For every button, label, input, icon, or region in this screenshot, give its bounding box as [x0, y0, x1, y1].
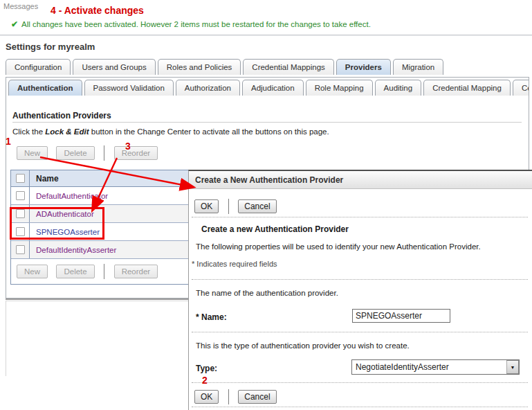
type-field-description: This is the type of authentication provi… [196, 341, 410, 350]
type-dropdown[interactable]: NegotiateIdentityAsserter ▼ [351, 359, 520, 375]
page-title: Settings for myrealm [6, 42, 95, 52]
name-column-header: Name [30, 174, 59, 184]
annotation-highlight-box [10, 207, 104, 240]
tab-role-mapping[interactable]: Role Mapping [306, 80, 373, 96]
toolbar-top: New Delete Reorder [17, 145, 158, 161]
tab-authentication[interactable]: Authentication [8, 80, 82, 96]
annotation-step3: 3 [125, 141, 131, 152]
chevron-down-icon[interactable]: ▼ [506, 360, 519, 374]
separator [192, 407, 528, 407]
delete-button-bottom[interactable]: Delete [56, 265, 94, 278]
dialog-intro-text: The following properties will be used to… [196, 242, 481, 251]
select-all-checkbox[interactable] [16, 174, 25, 183]
tab-roles-and-policies[interactable]: Roles and Policies [158, 59, 241, 75]
tab-auditing[interactable]: Auditing [375, 80, 422, 96]
toolbar-divider [104, 264, 104, 279]
tab-users-and-groups[interactable]: Users and Groups [73, 59, 155, 75]
row-checkbox-cell [11, 241, 30, 258]
separator [192, 279, 528, 280]
new-button-bottom[interactable]: New [17, 265, 48, 278]
primary-tab-strip: Configuration Users and Groups Roles and… [6, 59, 443, 75]
tab-adjudication[interactable]: Adjudication [242, 80, 304, 96]
tab-certification-path[interactable]: Certification Path [513, 80, 529, 96]
section-heading: Authentication Providers [12, 111, 111, 121]
type-field-label: Type: [196, 364, 217, 373]
tab-password-validation[interactable]: Password Validation [84, 80, 174, 96]
ok-button-top[interactable]: OK [194, 199, 219, 213]
dialog-top-buttons: OK Cancel [194, 199, 277, 214]
annotation-step4: 4 - Activate changes [51, 5, 144, 16]
row-checkbox-cell [11, 187, 30, 204]
toolbar-divider [104, 145, 104, 161]
new-button[interactable]: New [17, 146, 48, 160]
cancel-button-top[interactable]: Cancel [238, 199, 276, 213]
separator [192, 217, 528, 217]
secondary-tab-strip: Authentication Password Validation Autho… [8, 80, 529, 96]
notice-emphasis: Lock & Edit [45, 127, 89, 136]
reorder-button-bottom[interactable]: Reorder [114, 265, 158, 278]
divider [0, 35, 532, 36]
name-field-label: * Name: [196, 312, 227, 322]
required-fields-note: * Indicates required fields [192, 260, 277, 268]
create-provider-dialog: Create a New Authentication Provider OK … [188, 170, 532, 410]
annotation-step1: 1 [6, 136, 11, 147]
name-input[interactable] [352, 309, 450, 323]
tab-credential-mapping[interactable]: Credential Mapping [423, 80, 511, 96]
row-checkbox[interactable] [16, 191, 25, 200]
delete-button[interactable]: Delete [56, 146, 94, 160]
status-text: All changes have been activated. However… [21, 20, 371, 28]
tab-providers[interactable]: Providers [336, 59, 391, 75]
notice-suffix: button in the Change Center to activate … [89, 127, 329, 136]
button-divider [228, 389, 229, 404]
row-checkbox[interactable] [16, 245, 25, 254]
left-border-tail [6, 301, 6, 376]
tab-credential-mappings[interactable]: Credential Mappings [243, 59, 333, 75]
button-divider [228, 199, 229, 214]
select-all-cell [11, 170, 30, 186]
weblogic-console-page: Messages 4 - Activate changes ✔All chang… [0, 0, 532, 410]
dialog-section-heading: Create a new Authentication Provider [201, 224, 349, 234]
success-check-icon: ✔ [11, 19, 18, 29]
ok-button-bottom[interactable]: OK [194, 390, 219, 404]
tab-migration[interactable]: Migration [393, 59, 443, 75]
dialog-bottom-buttons: OK Cancel [194, 389, 277, 404]
notice-prefix: Click the [12, 127, 45, 136]
reorder-button[interactable]: Reorder [114, 146, 158, 160]
provider-link-defaultidentityasserter[interactable]: DefaultIdentityAsserter [36, 246, 116, 254]
separator [192, 332, 528, 332]
type-dropdown-value: NegotiateIdentityAsserter [352, 362, 506, 372]
status-message: ✔All changes have been activated. Howeve… [11, 19, 371, 29]
separator [192, 382, 528, 383]
dialog-title: Create a New Authentication Provider [189, 171, 532, 189]
tab-authorization[interactable]: Authorization [176, 80, 240, 96]
lock-edit-notice: Click the Lock & Edit button in the Chan… [12, 122, 522, 136]
provider-link-defaultauthenticator[interactable]: DefaultAuthenticator [36, 192, 108, 200]
cancel-button-bottom[interactable]: Cancel [238, 390, 276, 404]
name-field-description: The name of the authentication provider. [196, 289, 338, 297]
messages-label: Messages [3, 2, 38, 10]
annotation-step2: 2 [202, 375, 208, 386]
tab-configuration[interactable]: Configuration [6, 59, 71, 75]
